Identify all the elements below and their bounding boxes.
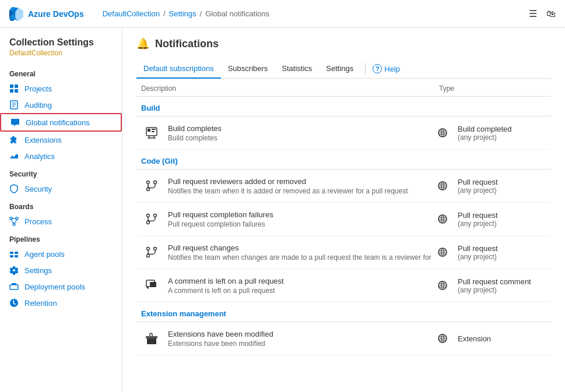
- row-desc: Pull request completion failures: [168, 220, 432, 228]
- globe-icon-ext: [432, 334, 453, 343]
- pr-icon-3: [141, 242, 162, 263]
- tab-default-subscriptions[interactable]: Default subscriptions: [136, 59, 221, 79]
- sidebar: Collection Settings DefaultCollection Ge…: [0, 28, 122, 392]
- sidebar-item-agent-pools[interactable]: Agent pools: [0, 246, 122, 262]
- row-desc: Notifies the team when it is added or re…: [168, 187, 432, 195]
- chat-icon: [10, 118, 20, 127]
- breadcrumb-current: Global notifications: [205, 9, 269, 18]
- section-extension-management: Extension management: [136, 302, 551, 322]
- top-bar-actions: ☰ 🛍: [529, 8, 556, 19]
- row-build-completes-info: Build completes Build completes: [162, 124, 432, 142]
- retention-icon: [9, 298, 19, 308]
- svg-rect-22: [148, 129, 150, 132]
- globe-icon-pr1: [432, 181, 453, 190]
- process-icon: [9, 217, 19, 226]
- svg-rect-24: [152, 131, 155, 132]
- sidebar-item-global-notifications[interactable]: Global notifications: [0, 113, 122, 132]
- sidebar-subtitle: DefaultCollection: [0, 49, 122, 64]
- svg-rect-0: [10, 84, 13, 88]
- row-title: Extensions have been modified: [168, 330, 432, 338]
- row-build-completes: Build completes Build completes Build co…: [136, 116, 551, 150]
- sidebar-item-extensions[interactable]: Extensions: [0, 132, 122, 148]
- row-type-ext: Extension: [453, 334, 546, 343]
- sidebar-item-security[interactable]: Security: [0, 181, 122, 197]
- svg-line-13: [15, 220, 17, 223]
- row-title: Pull request changes: [168, 243, 432, 252]
- row-pr-completion-info: Pull request completion failures Pull re…: [162, 210, 432, 228]
- extension-icon: [141, 328, 162, 349]
- svg-rect-14: [10, 252, 13, 254]
- svg-rect-3: [15, 89, 18, 93]
- logo[interactable]: Azure DevOps: [9, 7, 84, 21]
- svg-rect-58: [151, 283, 155, 284]
- row-pr-reviewers-info: Pull request reviewers added or removed …: [162, 177, 432, 195]
- row-desc: A comment is left on a pull request: [168, 287, 432, 295]
- row-pr-changes-info: Pull request changes Notifies the team w…: [162, 243, 432, 262]
- row-type-pr4: Pull request comment (any project): [453, 277, 546, 294]
- section-security: Security: [0, 164, 122, 181]
- svg-rect-23: [152, 129, 156, 130]
- page-header: 🔔 Notifications: [136, 37, 551, 50]
- tab-divider: [365, 63, 366, 75]
- svg-rect-65: [146, 336, 157, 338]
- comment-icon: [141, 275, 162, 296]
- sidebar-item-projects[interactable]: Projects: [0, 80, 122, 97]
- sidebar-item-settings[interactable]: Settings: [0, 262, 122, 278]
- table-header: Description Type: [136, 79, 551, 97]
- shield-icon: [9, 184, 19, 193]
- row-extensions-modified: Extensions have been modified Extensions…: [136, 322, 551, 355]
- svg-point-42: [154, 214, 157, 217]
- pr-icon-2: [141, 209, 162, 229]
- svg-rect-59: [151, 285, 154, 286]
- sidebar-item-auditing[interactable]: Auditing: [0, 97, 122, 113]
- svg-point-9: [16, 217, 18, 220]
- sidebar-label-security: Security: [24, 185, 52, 193]
- row-title: Build completes: [168, 124, 432, 133]
- page-title: Notifications: [155, 38, 219, 50]
- globe-icon-build: [432, 128, 453, 137]
- tab-statistics[interactable]: Statistics: [275, 59, 319, 79]
- svg-point-33: [147, 188, 150, 191]
- build-icon: [141, 122, 162, 143]
- gear-icon: [9, 266, 19, 275]
- sidebar-label-auditing: Auditing: [24, 101, 52, 110]
- row-pr-comment-info: A comment is left on a pull request A co…: [162, 277, 432, 295]
- content-area: 🔔 Notifications Default subscriptions Su…: [122, 28, 565, 392]
- svg-rect-16: [10, 255, 13, 257]
- tab-settings[interactable]: Settings: [319, 59, 360, 79]
- row-type-pr1: Pull request (any project): [453, 178, 546, 195]
- tab-subscribers[interactable]: Subscribers: [221, 59, 275, 79]
- globe-icon-pr3: [432, 248, 453, 257]
- sidebar-item-retention[interactable]: Retention: [0, 295, 122, 311]
- sidebar-label-global-notifications: Global notifications: [26, 118, 90, 127]
- section-pipelines: Pipelines: [0, 229, 122, 246]
- cart-icon[interactable]: 🛍: [546, 9, 556, 19]
- puzzle-icon: [9, 135, 19, 144]
- sidebar-label-analytics: Analytics: [24, 152, 55, 161]
- sidebar-label-retention: Retention: [24, 299, 57, 308]
- section-code-git: Code (Git): [136, 150, 551, 169]
- svg-rect-15: [15, 252, 18, 254]
- sidebar-label-process: Process: [24, 217, 52, 226]
- sidebar-label-projects: Projects: [24, 84, 52, 93]
- svg-point-49: [147, 255, 150, 257]
- svg-rect-2: [10, 89, 13, 93]
- sidebar-item-deployment-pools[interactable]: Deployment pools: [0, 278, 122, 295]
- tabs: Default subscriptions Subscribers Statis…: [136, 59, 551, 79]
- tab-help[interactable]: ? Help: [370, 59, 402, 78]
- sidebar-label-agent-pools: Agent pools: [24, 250, 65, 259]
- svg-point-41: [147, 221, 150, 224]
- svg-point-34: [154, 181, 157, 184]
- row-extensions-modified-info: Extensions have been modified Extensions…: [162, 330, 432, 348]
- row-desc: Notifies the team when changes are made …: [168, 253, 432, 262]
- globe-icon-pr2: [432, 214, 453, 224]
- svg-point-50: [154, 248, 157, 250]
- breadcrumb-settings[interactable]: Settings: [169, 9, 196, 18]
- sidebar-item-process[interactable]: Process: [0, 213, 122, 229]
- menu-icon[interactable]: ☰: [529, 8, 537, 19]
- breadcrumb-collection[interactable]: DefaultCollection: [103, 9, 160, 18]
- row-desc: Extensions have been modified: [168, 340, 432, 348]
- row-pr-completion: Pull request completion failures Pull re…: [136, 203, 551, 236]
- row-pr-changes: Pull request changes Notifies the team w…: [136, 236, 551, 269]
- sidebar-item-analytics[interactable]: Analytics: [0, 148, 122, 164]
